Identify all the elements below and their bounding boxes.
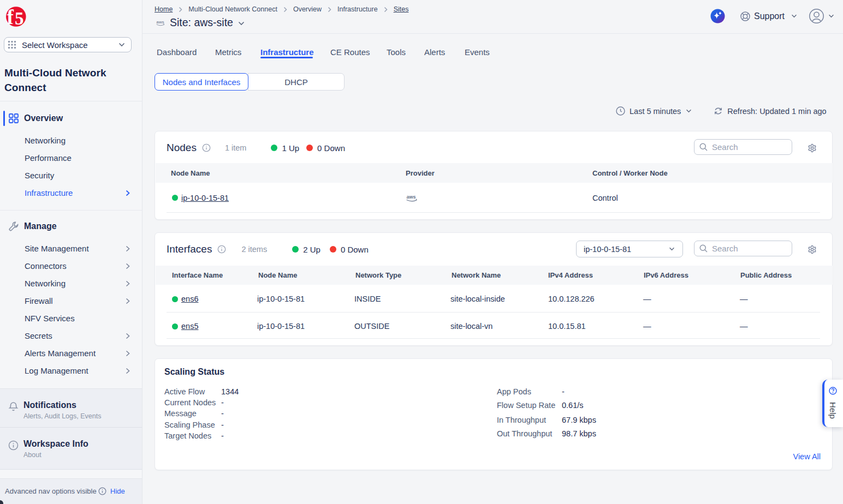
svg-text:5: 5	[15, 9, 24, 28]
svg-text:aws: aws	[407, 194, 416, 200]
svg-text:f: f	[7, 6, 14, 28]
svg-text:aws: aws	[157, 20, 164, 25]
